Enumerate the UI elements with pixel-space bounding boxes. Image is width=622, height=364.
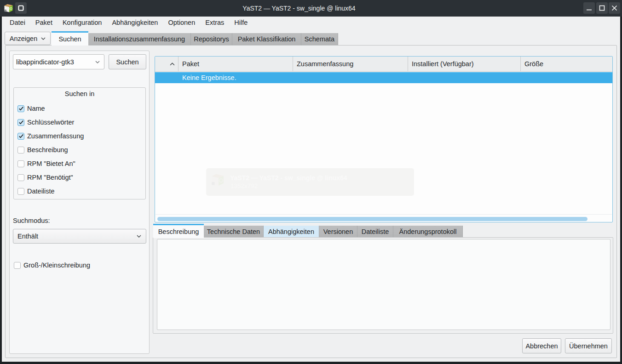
checkbox-indicator bbox=[17, 188, 24, 195]
tab-aenderungsprotokoll[interactable]: Änderungsprotokoll bbox=[393, 226, 463, 238]
window-border-bottom bbox=[0, 362, 622, 364]
maximize-icon bbox=[599, 5, 605, 11]
cancel-button-label: Abbrechen bbox=[525, 342, 558, 350]
check-icon bbox=[18, 133, 24, 139]
tab-abhaengigkeiten[interactable]: Abhängigkeiten bbox=[264, 226, 319, 238]
cancel-button[interactable]: Abbrechen bbox=[522, 338, 561, 353]
column-zusammenfassung[interactable]: Zusammenfassung bbox=[293, 57, 408, 72]
checkbox-indicator bbox=[17, 119, 24, 126]
chevron-down-icon bbox=[137, 235, 141, 238]
checkbox-indicator bbox=[17, 133, 24, 140]
osd-overlay: YaST2 — YaST2 - sw_single @ linux64 1352… bbox=[206, 168, 414, 196]
maximize-button[interactable] bbox=[596, 2, 608, 14]
checkbox-dateiliste[interactable]: Dateiliste bbox=[17, 188, 142, 195]
tab-installationszusammenfassung[interactable]: Installationszusammenfassung bbox=[88, 33, 191, 45]
checkbox-label: Zusammenfassung bbox=[27, 132, 84, 140]
search-in-title: Suchen in bbox=[13, 90, 146, 97]
checkbox-name[interactable]: Name bbox=[17, 105, 142, 112]
horizontal-scrollbar-thumb[interactable] bbox=[157, 217, 587, 221]
search-mode-label: Suchmodus: bbox=[13, 217, 50, 224]
checkbox-indicator bbox=[17, 160, 24, 167]
checkbox-label: Beschreibung bbox=[27, 146, 68, 154]
tab-repositorys[interactable]: Repositorys bbox=[191, 33, 232, 45]
window-border-right bbox=[620, 17, 622, 364]
osd-dimensions: 622x364 bbox=[230, 182, 258, 189]
empty-results-row[interactable]: Keine Ergebnisse. bbox=[155, 72, 612, 83]
close-button[interactable] bbox=[609, 2, 620, 14]
window-border-left bbox=[0, 17, 2, 364]
tab-technische-daten[interactable]: Technische Daten bbox=[204, 226, 264, 238]
checkbox-case-sensitive[interactable]: Groß-/Kleinschreibung bbox=[14, 262, 138, 269]
results-table: Paket Zusammenfassung Installiert (Verfü… bbox=[155, 56, 613, 222]
chevron-down-icon bbox=[41, 37, 46, 40]
search-button-label: Suchen bbox=[116, 58, 138, 66]
accept-button-label: Übernehmen bbox=[569, 342, 608, 350]
anzeigen-dropdown-button[interactable]: Anzeigen bbox=[5, 32, 51, 45]
checkbox-schluesselwoerter[interactable]: Schlüsselwörter bbox=[17, 119, 142, 126]
checkbox-indicator bbox=[14, 262, 21, 269]
titlebar: YaST2 — YaST2 - sw_single @ linux64 bbox=[0, 0, 622, 17]
anzeigen-label: Anzeigen bbox=[10, 35, 37, 42]
menu-extras[interactable]: Extras bbox=[200, 17, 229, 28]
minimize-icon bbox=[586, 5, 592, 11]
tab-schemata[interactable]: Schemata bbox=[301, 33, 338, 45]
checkbox-label: Name bbox=[27, 105, 45, 112]
checkbox-label: Groß-/Kleinschreibung bbox=[23, 262, 90, 269]
check-icon bbox=[18, 119, 24, 125]
column-installiert-verfuegbar[interactable]: Installiert (Verfügbar) bbox=[408, 57, 521, 72]
search-button[interactable]: Suchen bbox=[109, 54, 146, 69]
search-query-combobox[interactable]: libappindicator-gtk3 bbox=[13, 54, 104, 69]
accept-button[interactable]: Übernehmen bbox=[565, 338, 612, 353]
chevron-down-icon bbox=[95, 61, 100, 63]
window-title: YaST2 — YaST2 - sw_single @ linux64 bbox=[0, 0, 598, 17]
checkbox-label: RPM "Bietet An" bbox=[27, 160, 75, 167]
menu-hilfe[interactable]: Hilfe bbox=[229, 17, 253, 28]
tab-suchen[interactable]: Suchen bbox=[52, 31, 88, 46]
scrollbar-separator bbox=[156, 214, 612, 215]
search-query-value: libappindicator-gtk3 bbox=[13, 58, 95, 66]
search-mode-value: Enthält bbox=[13, 233, 137, 240]
checkbox-beschreibung[interactable]: Beschreibung bbox=[17, 146, 142, 154]
table-header: Paket Zusammenfassung Installiert (Verfü… bbox=[155, 57, 612, 72]
tab-paket-klassifikation[interactable]: Paket Klassifikation bbox=[232, 33, 301, 45]
close-icon bbox=[611, 5, 617, 11]
checkbox-label: RPM "Benötigt" bbox=[27, 174, 73, 181]
tab-beschreibung[interactable]: Beschreibung bbox=[153, 224, 204, 238]
checkbox-label: Schlüsselwörter bbox=[27, 119, 74, 126]
tab-versionen[interactable]: Versionen bbox=[319, 226, 357, 238]
osd-yast-icon bbox=[211, 173, 225, 187]
checkbox-indicator bbox=[17, 174, 24, 181]
menubar: Datei Paket Konfiguration Abhängigkeiten… bbox=[2, 17, 620, 28]
sort-ascending-icon bbox=[170, 63, 175, 66]
column-groesse[interactable]: Größe bbox=[521, 57, 612, 72]
checkbox-zusammenfassung[interactable]: Zusammenfassung bbox=[17, 132, 142, 140]
column-sort[interactable] bbox=[155, 57, 179, 72]
menu-konfiguration[interactable]: Konfiguration bbox=[58, 17, 107, 28]
tab-dateiliste[interactable]: Dateiliste bbox=[357, 226, 393, 238]
checkbox-indicator bbox=[17, 105, 24, 112]
description-textarea[interactable] bbox=[157, 239, 610, 330]
menu-optionen[interactable]: Optionen bbox=[163, 17, 200, 28]
search-mode-select[interactable]: Enthält bbox=[13, 229, 146, 244]
checkbox-label: Dateiliste bbox=[27, 188, 55, 195]
column-paket[interactable]: Paket bbox=[179, 57, 293, 72]
osd-title: YaST2 — YaST2 - sw_single @ linux64 bbox=[230, 174, 347, 182]
checkbox-indicator bbox=[17, 147, 24, 154]
minimize-button[interactable] bbox=[583, 2, 595, 14]
menu-datei[interactable]: Datei bbox=[5, 17, 30, 28]
checkbox-rpm-bietet-an[interactable]: RPM "Bietet An" bbox=[17, 160, 142, 167]
checkbox-rpm-benoetigt[interactable]: RPM "Benötigt" bbox=[17, 174, 142, 181]
menu-abhaengigkeiten[interactable]: Abhängigkeiten bbox=[107, 17, 163, 28]
menu-paket[interactable]: Paket bbox=[30, 17, 58, 28]
search-in-groupbox bbox=[13, 87, 146, 199]
check-icon bbox=[18, 106, 24, 111]
